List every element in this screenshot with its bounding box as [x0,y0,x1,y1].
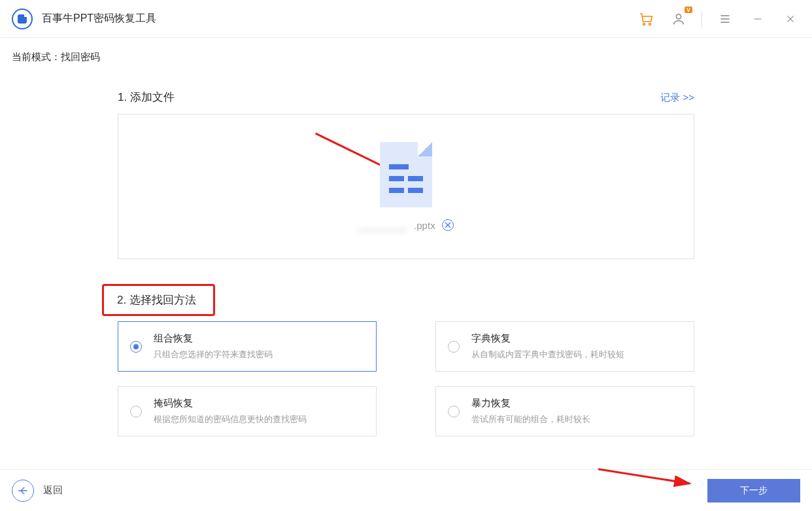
remove-file-icon[interactable] [442,219,454,231]
app-title: 百事牛PPT密码恢复工具 [42,12,156,26]
radio-icon [448,406,460,417]
records-link[interactable]: 记录 >> [660,92,694,104]
mode-value: 找回密码 [61,51,100,62]
method-title: 暴力恢复 [471,397,590,410]
footer-bar: 返回 下一步 [0,469,812,511]
method-card-mask[interactable]: 掩码恢复 根据您所知道的密码信息更快的查找密码 [118,386,377,436]
close-icon[interactable] [781,9,800,29]
method-desc: 只组合您选择的字符来查找密码 [154,349,273,361]
svg-line-6 [598,469,690,484]
radio-icon [130,341,142,353]
section2-title: 2. 选择找回方法 [117,292,196,308]
file-drop-zone[interactable]: ________.pptx [118,114,694,259]
svg-point-2 [676,14,681,18]
title-bar: 百事牛PPT密码恢复工具 V [0,0,812,38]
method-card-bruteforce[interactable]: 暴力恢复 尝试所有可能的组合，耗时较长 [435,386,694,436]
vip-badge: V [685,7,692,13]
method-title: 掩码恢复 [154,397,307,410]
file-icon [380,142,432,207]
method-desc: 根据您所知道的密码信息更快的查找密码 [154,414,307,425]
next-button[interactable]: 下一步 [707,479,800,502]
methods-grid: 组合恢复 只组合您选择的字符来查找密码 字典恢复 从自制或内置字典中查找密码，耗… [118,321,694,436]
filename-row: ________.pptx [358,219,453,231]
user-icon[interactable]: V [669,9,688,29]
menu-icon[interactable] [715,9,735,29]
app-logo [12,9,33,29]
method-title: 组合恢复 [154,332,273,345]
filename-blurred: ________ [358,220,407,231]
annotation-arrow-icon [595,464,700,499]
method-card-combination[interactable]: 组合恢复 只组合您选择的字符来查找密码 [118,321,377,372]
minimize-icon[interactable] [748,9,768,29]
section2-highlight-box: 2. 选择找回方法 [102,284,215,316]
cart-icon[interactable] [636,9,656,29]
back-button[interactable]: 返回 [43,484,63,497]
filename-ext: .pptx [414,220,435,231]
mode-label: 当前模式： [12,51,61,62]
svg-point-1 [649,23,651,25]
method-desc: 从自制或内置字典中查找密码，耗时较短 [471,349,624,361]
mode-line: 当前模式：找回密码 [0,38,812,63]
back-icon[interactable] [12,480,34,502]
method-desc: 尝试所有可能的组合，耗时较长 [471,414,590,425]
divider [702,10,702,27]
radio-icon [448,341,460,353]
method-card-dictionary[interactable]: 字典恢复 从自制或内置字典中查找密码，耗时较短 [435,321,694,372]
svg-point-0 [643,23,645,25]
method-title: 字典恢复 [471,332,624,345]
radio-icon [130,406,142,417]
section1-title: 1. 添加文件 [118,90,175,105]
